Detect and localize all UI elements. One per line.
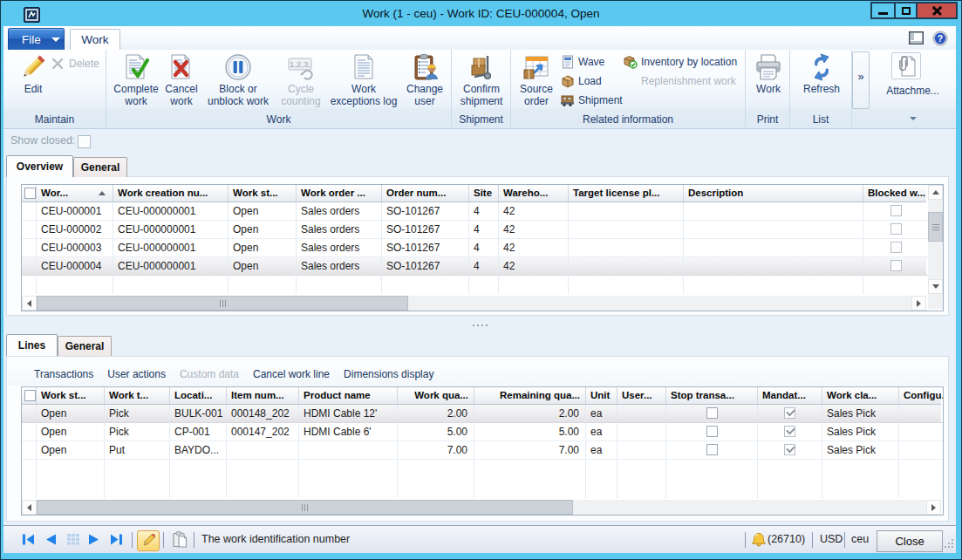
change-user-button[interactable]: Change user (402, 52, 447, 113)
refresh-button[interactable]: Refresh (800, 52, 843, 113)
scroll-right-button[interactable] (926, 500, 941, 515)
column-header-location[interactable]: Locati... (170, 387, 227, 404)
nav-first-button[interactable] (22, 534, 35, 548)
column-header-work-id[interactable]: Wor... (37, 185, 113, 201)
column-header-work-creation-number[interactable]: Work creation nu... (113, 185, 229, 201)
vertical-scrollbar[interactable] (928, 185, 943, 309)
blocked-checkbox[interactable] (890, 205, 902, 216)
show-closed-checkbox[interactable] (78, 135, 91, 148)
blocked-checkbox[interactable] (890, 223, 902, 235)
titlebar[interactable]: Work (1 - ceu) - Work ID: CEU-000004, Op… (0, 0, 962, 26)
horizontal-scroll-thumb[interactable] (37, 500, 573, 515)
paste-record-button[interactable] (172, 531, 188, 550)
status-company[interactable]: ceu (851, 533, 869, 545)
attachments-button[interactable]: Attachme... (870, 50, 956, 128)
alert-bell-icon[interactable] (751, 532, 767, 550)
column-header-product-name[interactable]: Product name (299, 387, 398, 404)
file-menu-button[interactable]: File (8, 28, 65, 50)
column-header-work-status[interactable]: Work st... (229, 185, 297, 201)
load-button[interactable]: Load (560, 73, 602, 89)
table-row-1[interactable]: CEU-000001CEU-000000001OpenSales ordersS… (22, 202, 926, 221)
resize-grip-icon[interactable] (944, 538, 955, 550)
action-transactions[interactable]: Transactions (34, 368, 93, 380)
help-icon[interactable]: ? (932, 31, 948, 49)
mandatory-checkbox[interactable] (784, 444, 795, 455)
table-row-3[interactable]: OpenPutBAYDO...7.007.00eaSales Pick (22, 441, 941, 460)
stop-transaction-checkbox[interactable] (706, 426, 718, 437)
column-header-unit[interactable]: Unit (586, 387, 617, 404)
status-currency[interactable]: USD (820, 533, 843, 545)
cycle-counting-button[interactable]: 1,2,3, Cycle counting (275, 52, 327, 113)
column-header-target-license-plate[interactable]: Target license pl... (569, 185, 684, 201)
confirm-shipment-button[interactable]: Confirm shipment (454, 52, 508, 113)
block-unblock-button[interactable]: Block or unblock work (201, 52, 275, 113)
horizontal-scrollbar[interactable] (22, 500, 941, 515)
blocked-checkbox[interactable] (890, 242, 902, 253)
table-row-2[interactable]: CEU-000002CEU-000000001OpenSales ordersS… (22, 221, 926, 239)
action-cancel-work-line[interactable]: Cancel work line (253, 368, 330, 380)
table-row-4[interactable]: CEU-000004CEU-000000001OpenSales ordersS… (22, 257, 926, 276)
edit-mode-toggle[interactable] (137, 530, 160, 551)
scroll-up-button[interactable] (928, 185, 943, 200)
tab-lines[interactable]: Lines (6, 334, 58, 356)
work-exceptions-log-button[interactable]: Work exceptions log (322, 52, 406, 113)
tab-general-lower[interactable]: General (58, 336, 112, 356)
column-header-mandatory[interactable]: Mandat... (758, 387, 822, 404)
action-user-actions[interactable]: User actions (107, 368, 166, 380)
scroll-left-button[interactable] (22, 500, 37, 515)
column-header-work-status[interactable]: Work st... (37, 387, 105, 404)
table-row-3[interactable]: CEU-000003CEU-000000001OpenSales ordersS… (22, 239, 926, 257)
tab-overview[interactable]: Overview (6, 155, 73, 177)
nav-next-button[interactable] (88, 534, 100, 548)
stop-transaction-checkbox[interactable] (706, 444, 718, 455)
print-work-button[interactable]: Work (749, 52, 788, 113)
select-all-checkbox[interactable] (24, 390, 36, 401)
source-order-button[interactable]: Source order (514, 52, 559, 113)
column-header-select[interactable] (22, 185, 37, 201)
column-header-work-order-type[interactable]: Work order ... (297, 185, 382, 201)
nav-last-button[interactable] (110, 534, 123, 548)
cancel-work-button[interactable]: Cancel work (160, 52, 203, 113)
scroll-right-button[interactable] (911, 296, 926, 311)
replenishment-work-button[interactable]: Replenishment work (641, 73, 736, 89)
ribbon-overflow-button[interactable]: » (852, 51, 870, 109)
scroll-down-button[interactable] (928, 279, 943, 294)
minimize-button[interactable] (870, 2, 894, 19)
table-row-1[interactable]: OpenPickBULK-001000148_202HDMI Cable 12'… (22, 405, 941, 423)
column-header-work-quantity[interactable]: Work qua... (398, 387, 474, 404)
complete-work-button[interactable]: Complete work (111, 52, 161, 113)
action-dimensions-display[interactable]: Dimensions display (344, 368, 433, 380)
nav-grid-button[interactable] (67, 534, 79, 548)
shipment-button[interactable]: Shipment (560, 92, 623, 108)
column-header-order-number[interactable]: Order num... (382, 185, 469, 201)
column-header-select[interactable] (22, 387, 37, 404)
column-header-user[interactable]: User... (617, 387, 666, 404)
column-header-stop-transaction[interactable]: Stop transa... (666, 387, 758, 404)
tab-general-upper[interactable]: General (73, 157, 127, 177)
column-header-configuration[interactable]: Configu... (899, 387, 944, 404)
vertical-scroll-thumb[interactable] (928, 212, 943, 242)
nav-previous-button[interactable] (44, 534, 57, 548)
mandatory-checkbox[interactable] (784, 426, 795, 437)
table-row-2[interactable]: OpenPickCP-001000147_202HDMI Cable 6'5.0… (22, 423, 941, 441)
column-header-item-number[interactable]: Item num... (227, 387, 299, 404)
column-header-site[interactable]: Site (469, 185, 499, 201)
horizontal-scrollbar[interactable] (22, 296, 926, 311)
column-header-work-class[interactable]: Work cla... (822, 387, 899, 404)
select-all-checkbox[interactable] (24, 188, 36, 199)
column-header-remaining-quantity[interactable]: Remaining qua... (474, 387, 586, 404)
column-header-blocked[interactable]: Blocked w... (863, 185, 929, 201)
mandatory-checkbox[interactable] (784, 407, 795, 419)
ribbon-tab-work[interactable]: Work (70, 29, 120, 50)
status-session[interactable]: (26710) (768, 533, 805, 545)
pane-splitter[interactable] (3, 316, 956, 334)
action-custom-data[interactable]: Custom data (180, 368, 239, 380)
column-header-work-type[interactable]: Work t... (105, 387, 170, 404)
scroll-left-button[interactable] (22, 296, 37, 311)
inventory-by-location-button[interactable]: Inventory by location (623, 54, 737, 70)
window-layout-icon[interactable] (909, 31, 924, 47)
stop-transaction-checkbox[interactable] (706, 407, 718, 419)
horizontal-scroll-thumb[interactable] (37, 296, 408, 311)
column-header-warehouse[interactable]: Wareho... (499, 185, 569, 201)
close-window-button[interactable] (918, 2, 958, 19)
